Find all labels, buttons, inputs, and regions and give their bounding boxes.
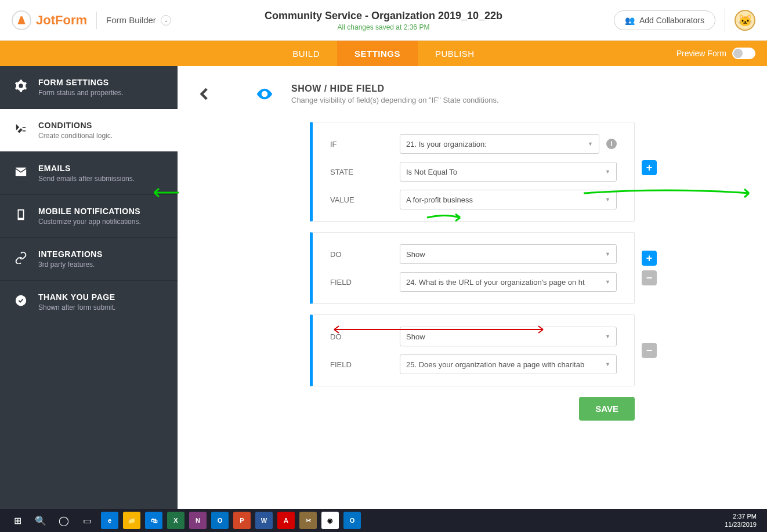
outlook-icon[interactable]: O [211, 512, 229, 529]
do-label: DO [330, 250, 400, 259]
sidebar-item-label: THANK YOU PAGE [38, 292, 115, 302]
sidebar-item-thank-you[interactable]: THANK YOU PAGEShown after form submit. [0, 280, 178, 323]
field-select[interactable]: 25. Does your organization have a page w… [400, 354, 617, 374]
action-card-1: DO Show FIELD 24. What is the URL of you… [310, 232, 635, 304]
if-select[interactable]: 21. Is your organization: [400, 134, 599, 154]
do-select[interactable]: Show [400, 244, 617, 264]
save-status: All changes saved at 2:36 PM [265, 23, 502, 31]
tab-build[interactable]: BUILD [275, 41, 337, 66]
taskbar-time: 2:37 PM [725, 512, 757, 520]
value-label: VALUE [330, 196, 400, 204]
snip-icon[interactable]: ✂ [299, 512, 317, 529]
cortana-icon[interactable]: ◯ [52, 509, 75, 532]
chevron-down-icon[interactable]: ⌄ [161, 15, 171, 26]
sidebar-item-integrations[interactable]: INTEGRATIONS3rd party features. [0, 237, 178, 280]
preview-toggle[interactable] [732, 48, 755, 59]
field-select[interactable]: 24. What is the URL of your organization… [400, 272, 617, 292]
action-card-2: DO Show FIELD 25. Does your organization… [310, 314, 635, 386]
remove-action-button[interactable]: − [642, 270, 657, 285]
if-label: IF [330, 140, 400, 149]
sidebar-item-sub: Send emails after submissions. [38, 175, 135, 183]
logo-icon [12, 10, 31, 30]
add-condition-button[interactable]: + [642, 160, 657, 175]
condition-if-card: IF 21. Is your organization: i STATE Is … [310, 122, 635, 222]
start-button[interactable]: ⊞ [6, 509, 29, 532]
sidebar-item-label: INTEGRATIONS [38, 249, 103, 259]
user-avatar[interactable]: 🐱 [735, 10, 755, 31]
remove-action-button[interactable]: − [642, 343, 657, 358]
sidebar-item-label: CONDITIONS [38, 121, 113, 130]
save-button[interactable]: SAVE [579, 397, 635, 421]
sidebar-item-sub: Create conditional logic. [38, 132, 113, 140]
do-label: DO [330, 332, 400, 341]
tab-publish[interactable]: PUBLISH [418, 41, 492, 66]
excel-icon[interactable]: X [167, 512, 184, 529]
system-tray[interactable]: 2:37 PM 11/23/2019 [725, 512, 761, 529]
store-icon[interactable]: 🛍 [145, 512, 162, 529]
info-icon[interactable]: i [606, 139, 617, 149]
sidebar-item-conditions[interactable]: CONDITIONSCreate conditional logic. [0, 108, 178, 151]
do-select[interactable]: Show [400, 327, 617, 346]
sidebar-item-sub: Shown after form submit. [38, 303, 115, 312]
taskbar-date: 11/23/2019 [725, 520, 757, 529]
link-icon [13, 249, 29, 266]
add-collaborators-button[interactable]: 👥 Add Collaborators [614, 10, 715, 30]
back-button[interactable] [195, 84, 215, 104]
sidebar-item-form-settings[interactable]: FORM SETTINGSForm status and properties. [0, 66, 178, 108]
preview-form-label: Preview Form [676, 49, 726, 58]
field-label: FIELD [330, 278, 400, 287]
sidebar-item-sub: Customize your app notifications. [38, 218, 141, 226]
chrome-icon[interactable]: ◉ [321, 512, 339, 529]
conditions-icon [13, 121, 29, 137]
page-title: SHOW / HIDE FIELD [291, 84, 499, 94]
mobile-icon [13, 207, 29, 223]
check-circle-icon [13, 292, 29, 309]
divider [725, 8, 725, 33]
powerpoint-icon[interactable]: P [233, 512, 251, 529]
divider [96, 12, 97, 29]
field-label: FIELD [330, 360, 400, 369]
onenote-icon[interactable]: N [189, 512, 207, 529]
svg-point-0 [16, 295, 26, 306]
header-center: Community Service - Organization 2019_10… [265, 9, 502, 31]
form-title[interactable]: Community Service - Organization 2019_10… [265, 9, 502, 21]
outlook2-icon[interactable]: O [343, 512, 361, 529]
add-action-button[interactable]: + [642, 251, 657, 266]
form-builder-label: Form Builder [106, 15, 156, 25]
nav-bar: BUILD SETTINGS PUBLISH Preview Form [0, 41, 767, 66]
state-select[interactable]: Is Not Equal To [400, 162, 617, 182]
sidebar-item-label: FORM SETTINGS [38, 78, 124, 87]
tab-settings[interactable]: SETTINGS [337, 41, 418, 66]
windows-taskbar: ⊞ 🔍 ◯ ▭ e 📁 🛍 X N O P W A ✂ ◉ O 2:37 PM … [0, 509, 767, 532]
edge-icon[interactable]: e [101, 512, 118, 529]
eye-icon [254, 84, 275, 104]
word-icon[interactable]: W [255, 512, 273, 529]
logo-text: JotForm [36, 13, 87, 28]
sidebar-item-label: EMAILS [38, 164, 135, 173]
state-label: STATE [330, 168, 400, 176]
search-icon[interactable]: 🔍 [29, 509, 52, 532]
sidebar-item-label: MOBILE NOTIFICATIONS [38, 207, 141, 216]
page-subtitle: Change visibility of field(s) depending … [291, 96, 499, 104]
add-collab-label: Add Collaborators [639, 16, 704, 25]
adobe-icon[interactable]: A [277, 512, 295, 529]
sidebar-item-mobile[interactable]: MOBILE NOTIFICATIONSCustomize your app n… [0, 194, 178, 237]
sidebar-item-sub: Form status and properties. [38, 89, 124, 97]
mail-icon [13, 164, 29, 180]
value-select[interactable]: A for-profit business [400, 190, 617, 209]
sidebar-item-emails[interactable]: EMAILSSend emails after submissions. [0, 151, 178, 194]
people-icon: 👥 [625, 16, 635, 25]
top-header: JotForm Form Builder ⌄ Community Service… [0, 0, 767, 41]
gear-icon [13, 78, 29, 94]
sidebar-item-sub: 3rd party features. [38, 260, 103, 269]
settings-sidebar: FORM SETTINGSForm status and properties.… [0, 66, 178, 509]
content-area: SHOW / HIDE FIELD Change visibility of f… [178, 66, 767, 509]
taskview-icon[interactable]: ▭ [75, 509, 99, 532]
logo-area[interactable]: JotForm [12, 10, 87, 30]
file-explorer-icon[interactable]: 📁 [123, 512, 140, 529]
